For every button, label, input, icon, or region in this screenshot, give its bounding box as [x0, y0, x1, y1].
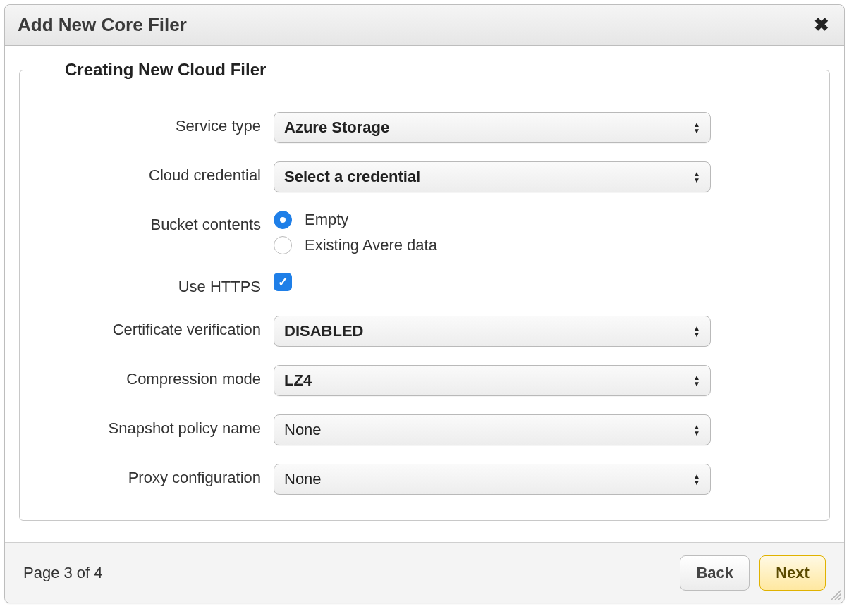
svg-line-2	[838, 597, 841, 600]
add-core-filer-dialog: Add New Core Filer ✖ Creating New Cloud …	[4, 4, 845, 603]
back-button[interactable]: Back	[680, 555, 750, 591]
use-https-label: Use HTTPS	[48, 273, 274, 297]
close-icon[interactable]: ✖	[812, 14, 831, 36]
service-type-select[interactable]: Azure Storage	[274, 112, 711, 143]
bucket-contents-label: Bucket contents	[48, 211, 274, 235]
bucket-existing-label: Existing Avere data	[305, 236, 437, 254]
proxy-config-select[interactable]: None	[274, 464, 711, 495]
cloud-filer-fieldset: Creating New Cloud Filer Service type Az…	[19, 60, 830, 521]
compression-mode-value: LZ4	[274, 371, 689, 390]
dialog-footer: Page 3 of 4 Back Next	[5, 542, 844, 603]
fieldset-legend: Creating New Cloud Filer	[58, 60, 273, 80]
dialog-body: Creating New Cloud Filer Service type Az…	[5, 46, 844, 542]
compression-mode-label: Compression mode	[48, 365, 274, 390]
select-caret-icon	[689, 374, 710, 387]
page-indicator: Page 3 of 4	[23, 564, 670, 582]
use-https-checkbox[interactable]: ✓	[274, 273, 292, 291]
resize-grip-icon	[829, 587, 841, 600]
svg-line-0	[831, 590, 841, 600]
snapshot-policy-value: None	[274, 421, 689, 439]
cloud-credential-select[interactable]: Select a credential	[274, 161, 711, 192]
bucket-empty-radio[interactable]	[274, 211, 292, 229]
dialog-titlebar: Add New Core Filer ✖	[5, 5, 844, 46]
select-caret-icon	[689, 171, 710, 183]
select-caret-icon	[689, 473, 710, 486]
next-button[interactable]: Next	[759, 555, 826, 591]
service-type-label: Service type	[48, 112, 274, 137]
cloud-credential-value: Select a credential	[274, 168, 689, 186]
cert-verification-label: Certificate verification	[48, 316, 274, 340]
bucket-empty-label: Empty	[305, 211, 348, 229]
snapshot-policy-select[interactable]: None	[274, 414, 711, 445]
service-type-value: Azure Storage	[274, 118, 689, 137]
cert-verification-select[interactable]: DISABLED	[274, 316, 711, 347]
select-caret-icon	[689, 424, 710, 436]
snapshot-policy-label: Snapshot policy name	[48, 414, 274, 439]
select-caret-icon	[689, 325, 710, 338]
svg-line-1	[835, 593, 841, 600]
compression-mode-select[interactable]: LZ4	[274, 365, 711, 396]
cloud-credential-label: Cloud credential	[48, 161, 274, 186]
bucket-existing-radio[interactable]	[274, 236, 292, 254]
proxy-config-value: None	[274, 470, 689, 488]
proxy-config-label: Proxy configuration	[48, 464, 274, 488]
cert-verification-value: DISABLED	[274, 322, 689, 340]
dialog-title: Add New Core Filer	[18, 14, 812, 36]
select-caret-icon	[689, 121, 710, 134]
